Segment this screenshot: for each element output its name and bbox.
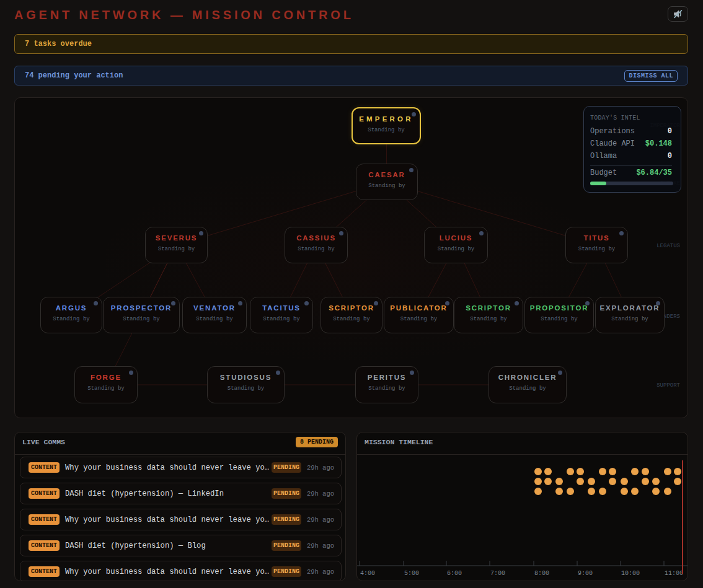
svg-text:6:00: 6:00 xyxy=(447,570,462,577)
svg-text:4:00: 4:00 xyxy=(360,570,375,577)
svg-text:10:00: 10:00 xyxy=(621,570,640,577)
svg-text:8:00: 8:00 xyxy=(534,570,549,577)
svg-text:5:00: 5:00 xyxy=(404,570,419,577)
svg-text:7:00: 7:00 xyxy=(490,570,505,577)
svg-text:11:00: 11:00 xyxy=(665,570,683,577)
svg-text:9:00: 9:00 xyxy=(578,570,593,577)
